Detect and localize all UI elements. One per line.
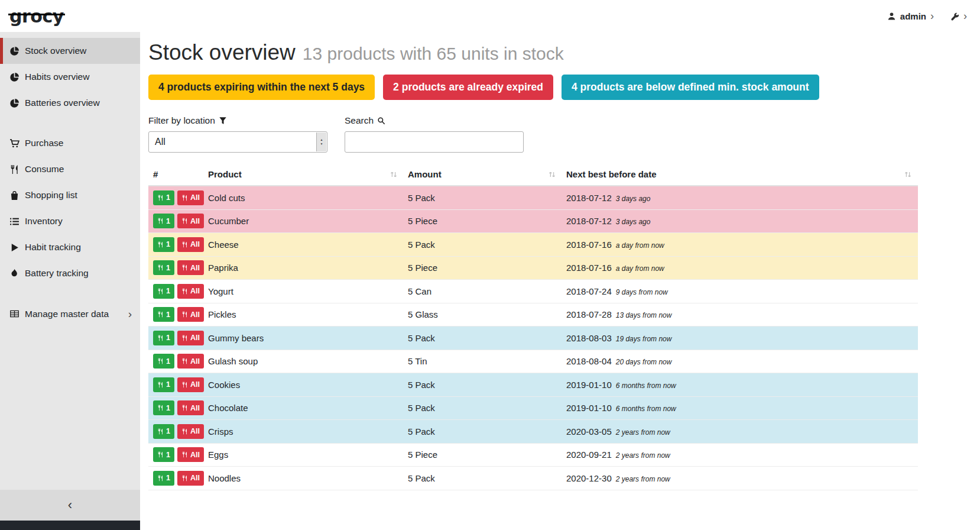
consume-all-button[interactable]: All bbox=[177, 214, 204, 228]
consume-all-button[interactable]: All bbox=[177, 307, 204, 322]
consume-1-button[interactable]: 1 bbox=[153, 190, 174, 205]
table-row: 1AllCucumber5 Piece2018-07-123 days ago bbox=[148, 210, 918, 234]
consume-1-button[interactable]: 1 bbox=[153, 471, 174, 486]
location-filter-select[interactable]: All ▲▼ bbox=[148, 131, 327, 153]
sidebar-item-label: Habits overview bbox=[25, 72, 89, 82]
row-action-label: All bbox=[190, 193, 200, 202]
sort-icon[interactable] bbox=[904, 170, 912, 179]
consume-all-button[interactable]: All bbox=[177, 237, 204, 252]
utensils-icon bbox=[157, 382, 164, 388]
row-action-label: All bbox=[190, 451, 200, 459]
sidebar-item-habit-tracking[interactable]: Habit tracking bbox=[0, 234, 140, 260]
row-actions: 1All bbox=[148, 377, 204, 392]
row-actions: 1All bbox=[148, 400, 204, 415]
consume-all-button[interactable]: All bbox=[177, 400, 204, 415]
consume-1-button[interactable]: 1 bbox=[153, 307, 174, 322]
row-action-label: All bbox=[190, 404, 200, 412]
consume-1-button[interactable]: 1 bbox=[153, 377, 174, 392]
product-cell: Cucumber bbox=[204, 216, 404, 226]
consume-all-button[interactable]: All bbox=[177, 471, 204, 486]
product-cell: Noodles bbox=[204, 473, 404, 483]
row-action-label: All bbox=[190, 357, 200, 366]
sidebar-item-batteries-overview[interactable]: Batteries overview bbox=[0, 90, 140, 116]
utensils-icon bbox=[181, 405, 188, 411]
row-action-label: 1 bbox=[166, 357, 170, 366]
amount-cell: 5 Pack bbox=[404, 240, 562, 250]
sidebar-item-label: Manage master data bbox=[25, 309, 109, 319]
consume-all-button[interactable]: All bbox=[177, 260, 204, 275]
row-actions: 1All bbox=[148, 331, 204, 345]
sort-icon[interactable] bbox=[548, 170, 556, 179]
consume-all-button[interactable]: All bbox=[177, 190, 204, 205]
consume-1-button[interactable]: 1 bbox=[153, 260, 174, 275]
column-header-2[interactable]: Amount bbox=[404, 169, 562, 179]
utensils-icon bbox=[157, 264, 164, 271]
consume-1-button[interactable]: 1 bbox=[153, 331, 174, 345]
sidebar-item-stock-overview[interactable]: Stock overview bbox=[0, 38, 140, 64]
sidebar-item-manage-master-data[interactable]: Manage master data› bbox=[0, 300, 140, 327]
alert-badge-2[interactable]: 2 products are already expired bbox=[383, 75, 553, 100]
consume-1-button[interactable]: 1 bbox=[153, 214, 174, 228]
amount-cell: 5 Glass bbox=[404, 309, 562, 319]
utensils-icon bbox=[181, 335, 188, 341]
row-action-label: All bbox=[190, 334, 200, 342]
product-cell: Paprika bbox=[204, 263, 404, 273]
best-before-date: 2018-07-16 bbox=[566, 240, 612, 250]
date-cell: 2018-07-123 days ago bbox=[562, 216, 918, 226]
column-header-1[interactable]: Product bbox=[204, 169, 404, 179]
search-input[interactable] bbox=[345, 131, 524, 153]
consume-all-button[interactable]: All bbox=[177, 331, 204, 345]
consume-1-button[interactable]: 1 bbox=[153, 237, 174, 252]
sidebar-item-shopping-list[interactable]: Shopping list bbox=[0, 182, 140, 208]
settings-menu[interactable]: › bbox=[950, 11, 967, 21]
sidebar-item-label: Habit tracking bbox=[25, 242, 81, 253]
consume-1-button[interactable]: 1 bbox=[153, 354, 174, 369]
alert-badge-3[interactable]: 4 products are below defined min. stock … bbox=[562, 75, 819, 100]
person-icon bbox=[887, 12, 896, 21]
sort-icon[interactable] bbox=[390, 170, 398, 179]
date-cell: 2018-07-123 days ago bbox=[562, 193, 918, 203]
utensils-icon bbox=[181, 218, 188, 224]
filter-label-text: Filter by location bbox=[148, 115, 215, 126]
consume-all-button[interactable]: All bbox=[177, 447, 204, 462]
table-row: 1AllNoodles5 Pack2020-12-302 years from … bbox=[148, 467, 918, 490]
app-logo[interactable]: grocy bbox=[9, 6, 64, 27]
consume-1-button[interactable]: 1 bbox=[153, 447, 174, 462]
due-relative: 2 years from now bbox=[616, 475, 670, 483]
consume-1-button[interactable]: 1 bbox=[153, 284, 174, 299]
app-shell: Stock overviewHabits overviewBatteries o… bbox=[0, 32, 980, 530]
product-cell: Gummy bears bbox=[204, 333, 404, 343]
user-menu[interactable]: admin › bbox=[887, 11, 934, 21]
consume-all-button[interactable]: All bbox=[177, 377, 204, 392]
consume-all-button[interactable]: All bbox=[177, 424, 204, 439]
sidebar-item-battery-tracking[interactable]: Battery tracking bbox=[0, 260, 140, 286]
amount-cell: 5 Tin bbox=[404, 356, 562, 366]
column-header-3[interactable]: Next best before date bbox=[562, 169, 918, 179]
consume-1-button[interactable]: 1 bbox=[153, 400, 174, 415]
consume-1-button[interactable]: 1 bbox=[153, 424, 174, 439]
list-icon bbox=[9, 216, 20, 227]
consume-all-button[interactable]: All bbox=[177, 284, 204, 299]
table-row: 1AllCheese5 Pack2018-07-16a day from now bbox=[148, 233, 918, 257]
user-name: admin bbox=[900, 11, 926, 21]
amount-cell: 5 Pack bbox=[404, 426, 562, 437]
best-before-date: 2018-07-24 bbox=[566, 286, 612, 296]
sidebar: Stock overviewHabits overviewBatteries o… bbox=[0, 32, 140, 530]
sidebar-collapse-button[interactable]: ‹ bbox=[0, 490, 140, 521]
bottom-strip bbox=[0, 521, 140, 530]
best-before-date: 2019-01-10 bbox=[566, 403, 612, 413]
best-before-date: 2020-12-30 bbox=[566, 473, 612, 483]
alert-badge-1[interactable]: 4 products expiring within the next 5 da… bbox=[148, 75, 375, 100]
consume-all-button[interactable]: All bbox=[177, 354, 204, 369]
play-icon bbox=[9, 243, 20, 253]
sidebar-item-habits-overview[interactable]: Habits overview bbox=[0, 64, 140, 90]
top-bar: grocy admin › › bbox=[0, 0, 980, 32]
sidebar-footer: ‹ bbox=[0, 490, 140, 530]
sidebar-item-inventory[interactable]: Inventory bbox=[0, 208, 140, 234]
sidebar-item-label: Battery tracking bbox=[25, 268, 89, 279]
row-actions: 1All bbox=[148, 237, 204, 252]
funnel-icon bbox=[219, 117, 227, 125]
utensils-icon bbox=[157, 288, 164, 295]
sidebar-item-purchase[interactable]: Purchase bbox=[0, 130, 140, 156]
sidebar-item-consume[interactable]: Consume bbox=[0, 156, 140, 182]
